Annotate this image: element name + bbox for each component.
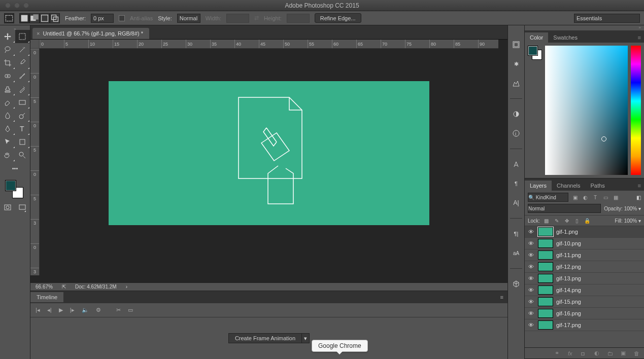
style-select[interactable]: Normal bbox=[177, 14, 200, 23]
color-panel-menu-icon[interactable]: ≡ bbox=[635, 32, 644, 43]
visibility-icon[interactable]: 👁 bbox=[527, 264, 535, 270]
lock-transparency-icon[interactable]: ▩ bbox=[543, 217, 550, 224]
visibility-icon[interactable]: 👁 bbox=[527, 310, 535, 316]
timeline-tab[interactable]: Timeline bbox=[30, 292, 63, 302]
workspace-preset-select[interactable]: Essentials bbox=[574, 14, 640, 23]
visibility-icon[interactable]: 👁 bbox=[527, 252, 535, 258]
move-tool-icon[interactable] bbox=[0, 30, 15, 43]
lock-all-icon[interactable]: 🔒 bbox=[584, 217, 591, 224]
brush-tool-icon[interactable] bbox=[15, 69, 30, 83]
layer-row[interactable]: 👁gif-13.png bbox=[525, 273, 644, 284]
document-tab[interactable]: × Untitled1 @ 66.7% (gif-1.png, RGB/8#) … bbox=[32, 28, 149, 39]
screenmode-icon[interactable] bbox=[18, 202, 26, 212]
crop-tool-icon[interactable] bbox=[0, 56, 15, 69]
zoom-tool-icon[interactable] bbox=[15, 149, 30, 162]
eraser-tool-icon[interactable] bbox=[0, 96, 15, 109]
artboard[interactable] bbox=[109, 81, 429, 225]
layer-name[interactable]: gif-10.png bbox=[556, 240, 581, 246]
filter-smart-icon[interactable]: ▦ bbox=[612, 194, 619, 201]
layer-name[interactable]: gif-1.png bbox=[556, 229, 578, 235]
color-picker-field[interactable] bbox=[545, 46, 628, 175]
visibility-icon[interactable]: 👁 bbox=[527, 275, 535, 281]
layer-thumbnail[interactable] bbox=[538, 285, 553, 295]
tab-channels[interactable]: Channels bbox=[552, 181, 585, 191]
color-swatches[interactable] bbox=[0, 178, 30, 200]
layer-thumbnail[interactable] bbox=[538, 250, 553, 260]
marquee-tool-icon[interactable] bbox=[15, 30, 30, 43]
healing-tool-icon[interactable] bbox=[0, 69, 15, 83]
create-frame-animation-button[interactable]: Create Frame Animation bbox=[228, 333, 302, 343]
layer-row[interactable]: 👁gif-1.png bbox=[525, 226, 644, 238]
layer-mask-icon[interactable]: ◘ bbox=[581, 350, 588, 356]
selection-subtract-icon[interactable] bbox=[40, 13, 50, 23]
gradient-tool-icon[interactable] bbox=[15, 96, 30, 109]
character-panel-icon[interactable] bbox=[511, 159, 521, 169]
link-layers-icon[interactable]: ⚭ bbox=[555, 350, 562, 356]
window-zoom-icon[interactable] bbox=[23, 3, 29, 8]
layer-row[interactable]: 👁gif-14.png bbox=[525, 284, 644, 296]
feather-input[interactable] bbox=[91, 14, 114, 23]
create-animation-dropdown-icon[interactable]: ▾ bbox=[301, 333, 310, 343]
layer-thumbnail[interactable] bbox=[538, 239, 553, 248]
selection-new-icon[interactable] bbox=[19, 13, 29, 23]
doc-info[interactable]: Doc: 4.62M/31.2M bbox=[75, 284, 117, 290]
filter-shape-icon[interactable]: ▭ bbox=[602, 194, 609, 201]
visibility-icon[interactable]: 👁 bbox=[527, 240, 535, 246]
shape-tool-icon[interactable] bbox=[15, 135, 30, 149]
visibility-icon[interactable]: 👁 bbox=[527, 229, 535, 235]
layers-panel-menu-icon[interactable]: ≡ bbox=[635, 181, 644, 191]
lock-pixels-icon[interactable]: ✎ bbox=[553, 217, 560, 224]
magic-wand-tool-icon[interactable] bbox=[15, 43, 30, 56]
paragraph-panel-icon[interactable]: ¶ bbox=[511, 178, 521, 189]
prev-frame-icon[interactable]: ◂| bbox=[47, 307, 52, 313]
close-tab-icon[interactable]: × bbox=[37, 30, 40, 37]
layer-name[interactable]: gif-15.png bbox=[556, 299, 581, 305]
layer-filter-select[interactable]: 🔍 KindKind bbox=[528, 193, 568, 202]
layer-row[interactable]: 👁gif-11.png bbox=[525, 249, 644, 261]
mini-color-swatch[interactable] bbox=[528, 46, 542, 60]
layer-fx-icon[interactable]: fx bbox=[568, 350, 575, 356]
new-layer-icon[interactable]: ▣ bbox=[621, 350, 628, 356]
eyedropper-tool-icon[interactable] bbox=[15, 56, 30, 69]
properties-panel-icon[interactable]: ✱ bbox=[511, 59, 521, 69]
paragraph-styles-icon[interactable]: ¶| bbox=[511, 229, 521, 239]
chevron-right-icon[interactable]: › bbox=[126, 284, 127, 290]
3d-panel-icon[interactable] bbox=[511, 279, 521, 289]
next-frame-icon[interactable]: |▸ bbox=[70, 307, 75, 313]
filter-type-icon[interactable]: T bbox=[592, 194, 599, 201]
opacity-value[interactable]: 100% bbox=[624, 206, 637, 211]
glyphs-panel-icon[interactable]: aA bbox=[511, 248, 521, 258]
lasso-tool-icon[interactable] bbox=[0, 43, 15, 56]
window-minimize-icon[interactable] bbox=[14, 3, 20, 8]
export-icon[interactable]: ⇱ bbox=[62, 284, 66, 290]
refine-edge-button[interactable]: Refine Edge... bbox=[315, 13, 361, 23]
lock-artboard-icon[interactable]: ▯ bbox=[573, 217, 581, 224]
layer-row[interactable]: 👁gif-16.png bbox=[525, 308, 644, 319]
layer-row[interactable]: 👁gif-12.png bbox=[525, 261, 644, 273]
quickmask-icon[interactable] bbox=[4, 202, 12, 212]
foreground-color-swatch[interactable] bbox=[5, 180, 16, 191]
window-close-icon[interactable] bbox=[5, 3, 11, 8]
visibility-icon[interactable]: 👁 bbox=[527, 299, 535, 305]
selection-add-icon[interactable] bbox=[29, 13, 40, 23]
layer-thumbnail[interactable] bbox=[538, 320, 553, 330]
settings-icon[interactable]: ⚙ bbox=[96, 307, 101, 313]
audio-icon[interactable]: 🔈 bbox=[82, 307, 89, 313]
hue-slider[interactable] bbox=[631, 46, 641, 175]
delete-layer-icon[interactable]: 🗑 bbox=[634, 350, 641, 356]
layer-thumbnail[interactable] bbox=[538, 227, 553, 236]
hand-tool-icon[interactable] bbox=[0, 149, 15, 162]
timeline-menu-icon[interactable]: ≡ bbox=[500, 294, 507, 300]
transition-icon[interactable]: ▭ bbox=[128, 307, 133, 313]
tab-swatches[interactable]: Swatches bbox=[548, 32, 583, 43]
filter-toggle-icon[interactable]: ◧ bbox=[636, 195, 641, 200]
tab-color[interactable]: Color bbox=[525, 32, 548, 43]
layer-name[interactable]: gif-16.png bbox=[556, 310, 581, 316]
info-panel-icon[interactable]: i bbox=[511, 128, 521, 138]
filter-adjust-icon[interactable]: ◐ bbox=[582, 194, 589, 201]
selection-intersect-icon[interactable] bbox=[50, 13, 60, 23]
first-frame-icon[interactable]: |◂ bbox=[36, 307, 40, 313]
history-brush-tool-icon[interactable] bbox=[15, 83, 30, 96]
blend-mode-select[interactable]: Normal bbox=[528, 204, 601, 213]
layer-name[interactable]: gif-14.png bbox=[556, 287, 581, 293]
